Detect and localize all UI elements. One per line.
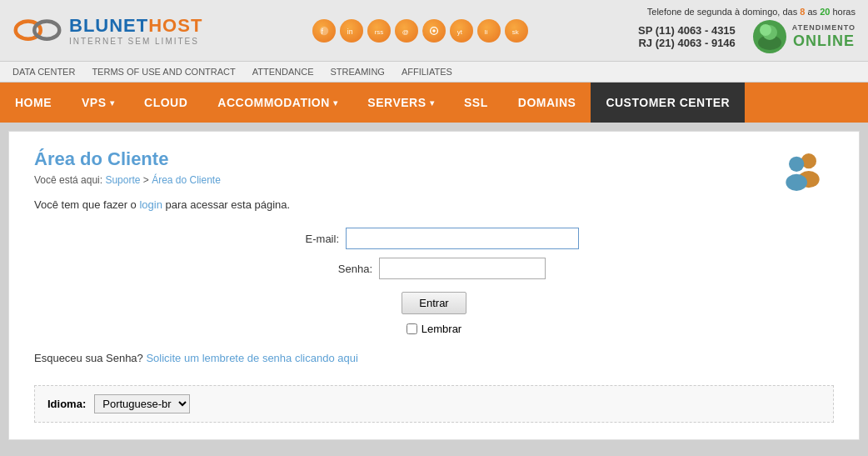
- svg-text:in: in: [347, 27, 353, 35]
- svg-text:yt: yt: [457, 28, 463, 35]
- forgot-password-section: Esqueceu sua Senha? Solicite um lembrete…: [34, 352, 834, 364]
- social-icon-6[interactable]: yt: [450, 19, 473, 43]
- breadcrumb-link-suporte[interactable]: Suporte: [105, 174, 140, 186]
- top-nav-data-center[interactable]: DATA CENTER: [12, 67, 75, 77]
- svg-point-15: [760, 24, 771, 36]
- senha-row: Senha:: [322, 258, 546, 279]
- nav-ssl[interactable]: SSL: [449, 83, 503, 123]
- forgot-password-link[interactable]: Solicite um lembrete de senha clicando a…: [146, 352, 357, 364]
- social-icon-8[interactable]: sk: [505, 19, 528, 43]
- svg-text:sk: sk: [512, 28, 519, 35]
- phone-rj: RJ (21) 4063 - 9146: [638, 37, 736, 49]
- senha-input[interactable]: [379, 258, 546, 279]
- svg-text:rss: rss: [375, 28, 384, 35]
- svg-text:li: li: [485, 28, 488, 35]
- online-badge[interactable]: ATENDIMENTO ONLINE: [752, 19, 856, 54]
- main-content: Área do Cliente Você está aqui: Suporte …: [8, 131, 860, 440]
- phone-numbers: SP (11) 4063 - 4315 RJ (21) 4063 - 9146: [638, 24, 736, 49]
- email-row: E-mail:: [289, 228, 579, 249]
- social-icon-2[interactable]: in: [340, 19, 363, 43]
- logo-tagline: INTERNET SEM LIMITES: [69, 37, 202, 46]
- logo-infinity-icon: [12, 12, 62, 49]
- nav-customer-center[interactable]: CUSTOMER CENTER: [591, 83, 745, 123]
- social-icon-5[interactable]: [422, 19, 446, 43]
- social-icon-1[interactable]: f: [312, 19, 336, 43]
- user-icon-area: [780, 148, 826, 197]
- top-nav-attendance[interactable]: ATTENDANCE: [252, 67, 314, 77]
- top-nav: DATA CENTER TERMS OF USE AND CONTRACT AT…: [0, 62, 868, 83]
- online-icon: [752, 19, 787, 54]
- svg-text:@: @: [402, 28, 409, 35]
- breadcrumb: Você está aqui: Suporte > Área do Client…: [34, 174, 834, 186]
- svg-point-8: [432, 29, 436, 33]
- idioma-section: Idioma: Portuguese-br English Spanish: [34, 385, 834, 423]
- phone-label: Telefone de segunda à domingo, das 8 as …: [647, 7, 856, 17]
- header: BLUNETHOST INTERNET SEM LIMITES f in rss…: [0, 0, 868, 62]
- login-message: Você tem que fazer o login para acessar …: [34, 198, 834, 211]
- phone-sp: SP (11) 4063 - 4315: [638, 24, 736, 37]
- top-nav-streaming[interactable]: STREAMING: [330, 67, 384, 77]
- logo-title: BLUNETHOST: [69, 15, 202, 37]
- remember-row: Lembrar: [407, 323, 461, 335]
- logo-text: BLUNETHOST INTERNET SEM LIMITES: [69, 15, 202, 46]
- logo-area: BLUNETHOST INTERNET SEM LIMITES: [12, 12, 202, 49]
- nav-accommodation[interactable]: ACCOMMODATION ▾: [202, 83, 352, 123]
- main-nav: HOME VPS ▾ CLOUD ACCOMMODATION ▾ SERVERS…: [0, 83, 868, 123]
- entrar-button[interactable]: Entrar: [402, 292, 466, 314]
- nav-cloud[interactable]: CLOUD: [129, 83, 202, 123]
- users-icon: [780, 148, 826, 194]
- social-icon-7[interactable]: li: [477, 19, 501, 43]
- nav-domains[interactable]: DOMAINS: [503, 83, 591, 123]
- nav-servers[interactable]: SERVERS ▾: [352, 83, 449, 123]
- svg-point-18: [789, 157, 804, 172]
- idioma-label: Idioma:: [47, 398, 86, 410]
- svg-point-19: [786, 174, 807, 191]
- top-nav-terms[interactable]: TERMS OF USE AND CONTRACT: [92, 67, 235, 77]
- online-text: ATENDIMENTO ONLINE: [792, 23, 856, 50]
- email-input[interactable]: [346, 228, 579, 249]
- content-wrapper: Área do Cliente Você está aqui: Suporte …: [34, 148, 834, 423]
- phones-and-online: SP (11) 4063 - 4315 RJ (21) 4063 - 9146: [638, 19, 856, 54]
- social-icon-4[interactable]: @: [395, 19, 418, 43]
- svg-point-1: [34, 22, 59, 39]
- top-nav-affiliates[interactable]: AFFILIATES: [402, 67, 452, 77]
- submit-area: Entrar: [402, 292, 466, 314]
- email-label: E-mail:: [289, 233, 339, 245]
- remember-checkbox[interactable]: [407, 323, 417, 334]
- remember-label: Lembrar: [422, 323, 461, 335]
- breadcrumb-link-area-cliente[interactable]: Área do Cliente: [152, 174, 221, 186]
- page-title: Área do Cliente: [34, 148, 834, 170]
- nav-vps[interactable]: VPS ▾: [67, 83, 129, 123]
- social-icons: f in rss @ yt li sk: [312, 19, 528, 43]
- social-icon-3[interactable]: rss: [367, 19, 391, 43]
- login-form: E-mail: Senha: Entrar Lembrar: [34, 228, 834, 335]
- contact-area: Telefone de segunda à domingo, das 8 as …: [638, 7, 856, 54]
- idioma-select[interactable]: Portuguese-br English Spanish: [94, 394, 190, 413]
- senha-label: Senha:: [322, 263, 372, 275]
- nav-home[interactable]: HOME: [0, 83, 67, 123]
